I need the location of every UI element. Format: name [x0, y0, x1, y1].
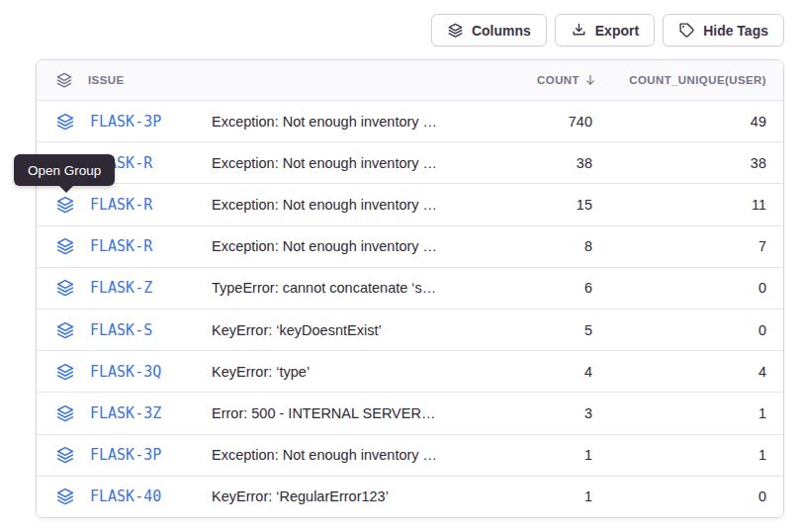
- issue-link[interactable]: FLASK-3Q: [90, 363, 161, 381]
- issue-link[interactable]: FLASK-R: [90, 237, 152, 255]
- count-value: 6: [449, 280, 597, 296]
- issue-title: KeyError: ‘type’: [212, 364, 449, 380]
- count-unique-value: 0: [597, 488, 783, 504]
- table-row: FLASK-3Z Error: 500 - INTERNAL SERVER ER…: [37, 392, 783, 433]
- open-group-icon[interactable]: [55, 195, 75, 215]
- count-value: 1: [449, 447, 597, 463]
- table-row: FLASK-3Q KeyError: ‘type’ 4 4: [37, 350, 783, 392]
- count-value: 8: [449, 238, 597, 254]
- download-icon: [571, 22, 587, 39]
- count-unique-value: 1: [597, 447, 783, 463]
- count-unique-value: 0: [597, 280, 783, 296]
- open-group-icon[interactable]: [55, 403, 75, 423]
- count-value: 15: [449, 197, 597, 213]
- open-group-tooltip: Open Group: [14, 154, 115, 186]
- table-row: FLASK-3P Exception: Not enough inventory…: [37, 100, 783, 141]
- issue-title: KeyError: ‘keyDoesntExist’: [212, 322, 449, 338]
- count-value: 38: [449, 155, 597, 171]
- count-value: 5: [449, 322, 597, 338]
- table-row: FLASK-3P Exception: Not enough inventory…: [37, 434, 783, 476]
- count-unique-header-label: COUNT_UNIQUE(USER): [629, 74, 766, 86]
- column-header-count[interactable]: COUNT: [449, 73, 597, 87]
- count-unique-value: 11: [597, 197, 783, 213]
- table-row: FLASK-S KeyError: ‘keyDoesntExist’ 5 0: [37, 309, 783, 350]
- tooltip-arrow-icon: [58, 185, 74, 193]
- issue-link[interactable]: FLASK-S: [90, 321, 152, 339]
- export-button[interactable]: Export: [555, 14, 655, 46]
- issue-title: Error: 500 - INTERNAL SERVER ERROR: [212, 405, 449, 421]
- issues-table: ISSUE COUNT COUNT_UNIQUE(USER) FLASK-3P …: [36, 59, 784, 518]
- column-header-issue[interactable]: ISSUE: [37, 71, 212, 89]
- table-toolbar: Columns Export Hide Tags: [431, 14, 784, 46]
- table-row: FLASK-R Exception: Not enough inventory …: [37, 141, 783, 183]
- issue-header-label: ISSUE: [88, 74, 125, 86]
- columns-button[interactable]: Columns: [431, 14, 547, 46]
- table-row: FLASK-R Exception: Not enough inventory …: [37, 183, 783, 224]
- open-group-icon[interactable]: [55, 320, 75, 340]
- columns-button-label: Columns: [472, 23, 531, 39]
- issue-title: KeyError: ‘RegularError123’: [212, 488, 449, 504]
- table-header-row: ISSUE COUNT COUNT_UNIQUE(USER): [37, 60, 783, 100]
- open-group-icon[interactable]: [55, 236, 75, 256]
- issue-title: TypeError: cannot concatenate ‘str’ an…: [212, 280, 449, 296]
- count-value: 740: [449, 114, 597, 130]
- count-unique-value: 1: [597, 405, 783, 421]
- table-row: FLASK-40 KeyError: ‘RegularError123’ 1 0: [37, 476, 783, 517]
- hide-tags-button-label: Hide Tags: [703, 23, 768, 39]
- open-group-icon[interactable]: [55, 278, 75, 298]
- table-row: FLASK-R Exception: Not enough inventory …: [37, 225, 783, 267]
- issue-link[interactable]: FLASK-3P: [90, 113, 161, 131]
- open-group-icon[interactable]: [55, 445, 75, 465]
- issue-title: Exception: Not enough inventory for…: [212, 155, 449, 171]
- issue-title: Exception: Not enough inventory for…: [212, 114, 449, 130]
- issue-title: Exception: Not enough inventory for n…: [212, 238, 449, 254]
- count-value: 4: [449, 364, 597, 380]
- count-unique-value: 49: [597, 114, 783, 130]
- layers-icon: [55, 71, 73, 89]
- count-unique-value: 4: [597, 364, 783, 380]
- open-group-icon[interactable]: [55, 112, 75, 132]
- column-header-count-unique[interactable]: COUNT_UNIQUE(USER): [597, 74, 783, 86]
- count-unique-value: 7: [597, 238, 783, 254]
- issue-link[interactable]: FLASK-3Z: [90, 404, 161, 422]
- export-button-label: Export: [595, 23, 639, 39]
- hide-tags-button[interactable]: Hide Tags: [663, 14, 784, 46]
- count-header-label: COUNT: [537, 74, 579, 86]
- issue-link[interactable]: FLASK-Z: [90, 279, 152, 297]
- issue-link[interactable]: FLASK-R: [90, 196, 152, 214]
- sort-descending-icon: [583, 73, 597, 87]
- layers-icon: [447, 22, 464, 39]
- issue-link[interactable]: FLASK-3P: [90, 446, 161, 464]
- open-group-icon[interactable]: [55, 487, 75, 506]
- tag-icon: [678, 22, 695, 39]
- issue-title: Exception: Not enough inventory for h…: [212, 197, 449, 213]
- table-row: FLASK-Z TypeError: cannot concatenate ‘s…: [37, 267, 783, 309]
- count-unique-value: 0: [597, 322, 783, 338]
- count-unique-value: 38: [597, 155, 783, 171]
- count-value: 1: [449, 488, 597, 504]
- open-group-icon[interactable]: [55, 362, 75, 382]
- issue-title: Exception: Not enough inventory for n…: [212, 447, 449, 463]
- tooltip-text: Open Group: [28, 163, 101, 178]
- issue-link[interactable]: FLASK-40: [90, 488, 161, 505]
- count-value: 3: [449, 405, 597, 421]
